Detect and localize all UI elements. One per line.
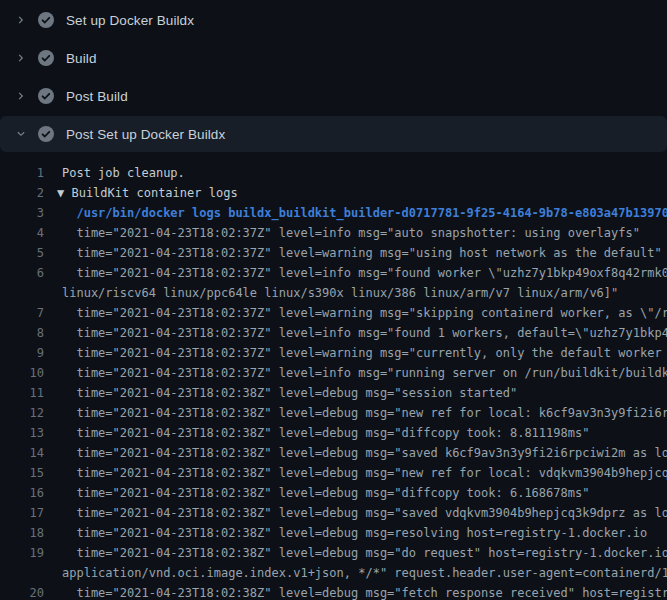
log-text: time="2021-04-23T18:02:37Z" level=info m… [62, 223, 640, 243]
steps-list: Set up Docker Buildx Build Post Buil [0, 2, 667, 152]
line-number[interactable]: 12 [0, 403, 44, 423]
log-text: time="2021-04-23T18:02:38Z" level=debug … [62, 543, 667, 563]
check-circle-icon [38, 12, 54, 28]
line-number[interactable]: 10 [0, 363, 44, 383]
log-text: time="2021-04-23T18:02:38Z" level=debug … [62, 523, 647, 543]
log-row: 18 time="2021-04-23T18:02:38Z" level=deb… [0, 523, 667, 543]
step-header[interactable]: Post Build [0, 78, 667, 114]
log-row: 3 /usr/bin/docker logs buildx_buildkit_b… [0, 203, 667, 223]
line-number[interactable]: 7 [0, 303, 44, 323]
log-row: 11 time="2021-04-23T18:02:38Z" level=deb… [0, 383, 667, 403]
log-text: time="2021-04-23T18:02:37Z" level=warnin… [62, 343, 667, 363]
log-row: 17 time="2021-04-23T18:02:38Z" level=deb… [0, 503, 667, 523]
log-row: 10 time="2021-04-23T18:02:37Z" level=inf… [0, 363, 667, 383]
log-text: time="2021-04-23T18:02:38Z" level=debug … [62, 423, 589, 443]
step-header[interactable]: Post Set up Docker Buildx [0, 116, 667, 152]
log-text: time="2021-04-23T18:02:38Z" level=debug … [62, 583, 667, 600]
line-number[interactable]: 17 [0, 503, 44, 523]
step-header[interactable]: Build [0, 40, 667, 76]
log-row: 5 time="2021-04-23T18:02:37Z" level=warn… [0, 243, 667, 263]
log-row: application/vnd.oci.image.index.v1+json,… [0, 563, 667, 583]
step-title: Post Build [66, 89, 128, 104]
chevron-down-icon [13, 126, 29, 142]
log-text: time="2021-04-23T18:02:38Z" level=debug … [62, 483, 589, 503]
chevron-right-icon [13, 12, 29, 28]
log-row: linux/riscv64 linux/ppc64le linux/s390x … [0, 283, 667, 303]
line-number[interactable]: 11 [0, 383, 44, 403]
chevron-right-icon [13, 50, 29, 66]
line-number[interactable]: 16 [0, 483, 44, 503]
step-title: Post Set up Docker Buildx [66, 127, 225, 142]
step-header[interactable]: Set up Docker Buildx [0, 2, 667, 38]
log-row: 7 time="2021-04-23T18:02:37Z" level=warn… [0, 303, 667, 323]
log-row: 19 time="2021-04-23T18:02:38Z" level=deb… [0, 543, 667, 563]
log-text: time="2021-04-23T18:02:37Z" level=info m… [62, 323, 667, 343]
line-number[interactable]: 5 [0, 243, 44, 263]
line-number[interactable]: 20 [0, 583, 44, 600]
log-row: 9 time="2021-04-23T18:02:37Z" level=warn… [0, 343, 667, 363]
log-text: time="2021-04-23T18:02:38Z" level=debug … [62, 503, 667, 523]
line-number[interactable]: 15 [0, 463, 44, 483]
log-row: 12 time="2021-04-23T18:02:38Z" level=deb… [0, 403, 667, 423]
log-text: time="2021-04-23T18:02:37Z" level=warnin… [62, 243, 662, 263]
step-title: Set up Docker Buildx [66, 13, 194, 28]
line-number[interactable] [0, 283, 44, 303]
line-number[interactable] [0, 563, 44, 583]
log-text: application/vnd.oci.image.index.v1+json,… [62, 563, 667, 583]
log-row: 4 time="2021-04-23T18:02:37Z" level=info… [0, 223, 667, 243]
log-row: 16 time="2021-04-23T18:02:38Z" level=deb… [0, 483, 667, 503]
log-row: 20 time="2021-04-23T18:02:38Z" level=deb… [0, 583, 667, 600]
line-number[interactable]: 1 [0, 163, 44, 183]
log-lines: 1 Post job cleanup. 2 ▼ BuildKit contain… [0, 154, 667, 600]
line-number[interactable]: 9 [0, 343, 44, 363]
line-number[interactable]: 18 [0, 523, 44, 543]
line-number[interactable]: 14 [0, 443, 44, 463]
log-row: 2 ▼ BuildKit container logs [0, 183, 667, 203]
log-text: time="2021-04-23T18:02:38Z" level=debug … [62, 383, 517, 403]
log-row: 1 Post job cleanup. [0, 163, 667, 183]
log-text: time="2021-04-23T18:02:38Z" level=debug … [62, 403, 667, 423]
check-circle-icon [38, 50, 54, 66]
line-number[interactable]: 8 [0, 323, 44, 343]
line-number[interactable]: 13 [0, 423, 44, 443]
line-number[interactable]: 6 [0, 263, 44, 283]
log-text: time="2021-04-23T18:02:37Z" level=info m… [62, 263, 667, 283]
log-text: time="2021-04-23T18:02:38Z" level=debug … [62, 463, 667, 483]
check-circle-icon [38, 88, 54, 104]
log-row: 13 time="2021-04-23T18:02:38Z" level=deb… [0, 423, 667, 443]
log-row: 6 time="2021-04-23T18:02:37Z" level=info… [0, 263, 667, 283]
log-text: time="2021-04-23T18:02:37Z" level=warnin… [62, 303, 667, 323]
line-number[interactable]: 4 [0, 223, 44, 243]
chevron-right-icon [13, 88, 29, 104]
actions-log-viewer: Set up Docker Buildx Build Post Buil [0, 2, 667, 600]
step-title: Build [66, 51, 97, 66]
log-text[interactable]: ▼ BuildKit container logs [57, 183, 238, 203]
log-row: 14 time="2021-04-23T18:02:38Z" level=deb… [0, 443, 667, 463]
line-number[interactable]: 19 [0, 543, 44, 563]
check-circle-icon [38, 126, 54, 142]
log-text: Post job cleanup. [62, 163, 185, 183]
log-row: 8 time="2021-04-23T18:02:37Z" level=info… [0, 323, 667, 343]
log-text: time="2021-04-23T18:02:38Z" level=debug … [62, 443, 667, 463]
log-row: 15 time="2021-04-23T18:02:38Z" level=deb… [0, 463, 667, 483]
line-number[interactable]: 3 [0, 203, 44, 223]
log-text: time="2021-04-23T18:02:37Z" level=info m… [62, 363, 667, 383]
line-number[interactable]: 2 [0, 183, 44, 203]
log-command-text: /usr/bin/docker logs buildx_buildkit_bui… [62, 203, 667, 223]
log-text: linux/riscv64 linux/ppc64le linux/s390x … [62, 283, 618, 303]
